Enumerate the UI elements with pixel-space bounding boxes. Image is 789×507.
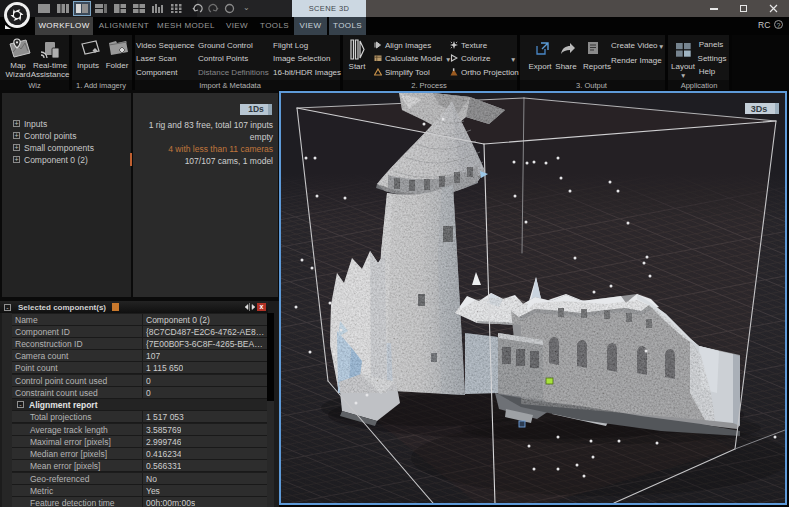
svg-text:3Ds: 3Ds [751,104,768,114]
